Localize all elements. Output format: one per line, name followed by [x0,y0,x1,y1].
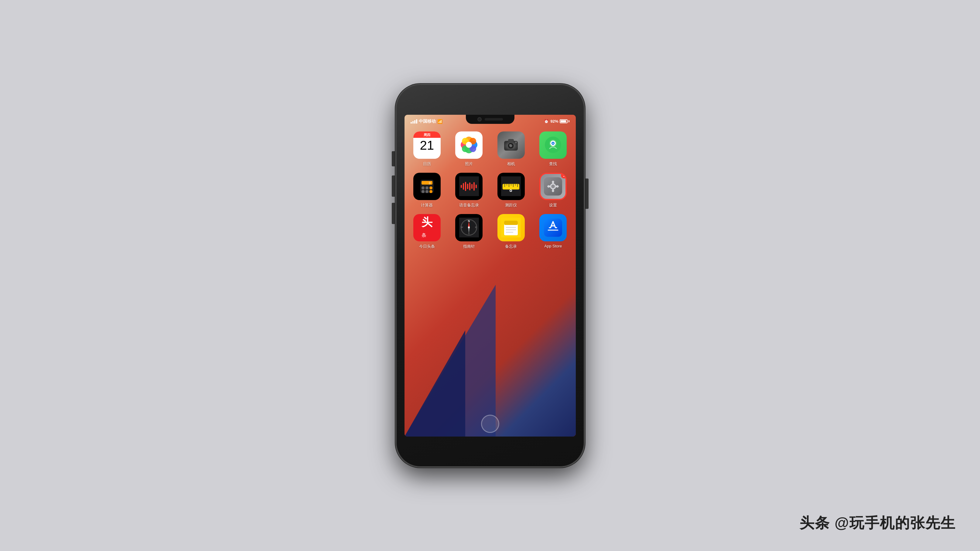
settings-label: 设置 [549,202,557,208]
signal-icon [410,119,417,124]
svg-text:0: 0 [429,181,431,185]
compass-label: 指南针 [463,244,475,249]
speaker [485,118,503,121]
battery-tip [568,120,570,122]
calendar-day: 21 [420,138,434,152]
app-photos[interactable]: 照片 [451,132,487,167]
svg-rect-36 [469,183,471,191]
app-camera[interactable]: 相机 [493,132,529,167]
calendar-icon: 周四 21 [413,132,441,159]
app-appstore[interactable]: App Store [535,214,571,249]
voicememo-label: 语音备忘录 [459,202,479,208]
app-calendar[interactable]: 周四 21 日历 [409,132,445,167]
svg-point-16 [515,141,517,143]
toutiao-icon: 头条 [413,214,441,241]
svg-point-28 [422,190,425,193]
mute-button[interactable] [392,151,395,166]
app-grid: 周四 21 日历 [409,132,571,249]
calendar-weekday: 周四 [413,132,441,138]
svg-point-26 [425,186,428,189]
signal-bar-1 [410,122,412,124]
phone-device: 中国移动 📶 09:35 ⏰ 92% [396,84,584,467]
status-right: ⏰ 92% [544,119,570,124]
svg-point-27 [430,186,433,189]
battery-fill [561,120,566,122]
measure-label: 测距仪 [505,202,517,208]
battery-body [560,119,568,123]
svg-rect-32 [461,185,462,188]
appstore-icon [539,214,567,241]
app-measure[interactable]: 测距仪 [493,173,529,208]
app-settings[interactable]: 1 设置 [535,173,571,208]
measure-icon [498,173,525,200]
svg-point-21 [552,143,554,144]
app-findmy[interactable]: 查找 [535,132,571,167]
toutiao-logo: 头条 [422,217,433,239]
settings-icon: 1 [539,173,567,200]
app-compass[interactable]: N S E W 指南针 [451,214,487,249]
photos-icon [455,132,482,159]
svg-point-15 [509,144,511,145]
svg-text:E: E [475,226,476,229]
status-left: 中国移动 📶 [410,119,442,124]
phone-screen: 中国移动 📶 09:35 ⏰ 92% [404,115,576,437]
svg-rect-39 [476,184,477,188]
photos-label: 照片 [465,161,473,167]
phone-notch [466,115,514,124]
calendar-label: 日历 [423,161,431,167]
appstore-label: App Store [544,244,562,248]
svg-rect-23 [422,181,433,184]
home-button[interactable] [481,415,499,433]
signal-bar-3 [414,120,415,124]
voicememo-icon [455,173,482,200]
svg-point-54 [551,184,555,188]
compass-icon: N S E W [455,214,482,241]
svg-point-30 [430,190,433,193]
signal-bar-2 [412,121,414,124]
notes-label: 备忘录 [505,244,517,249]
alarm-icon: ⏰ [544,119,549,124]
findmy-label: 查找 [549,161,557,167]
battery-percent: 92% [550,119,558,124]
svg-rect-33 [463,183,464,190]
watermark: 头条 @玩手机的张先生 [800,513,956,533]
wifi-icon: 📶 [438,119,442,124]
notes-icon [498,214,525,241]
app-notes[interactable]: 备忘录 [493,214,529,249]
svg-rect-35 [467,184,468,189]
svg-point-8 [466,142,472,148]
settings-badge: 1 [561,173,567,178]
battery-indicator [560,119,570,123]
svg-text:W: W [461,226,463,229]
calculator-label: 计算器 [421,202,433,208]
phone-shell: 中国移动 📶 09:35 ⏰ 92% [396,84,584,467]
svg-point-51 [510,190,511,191]
volume-down-button[interactable] [392,203,395,224]
svg-rect-11 [508,139,514,142]
front-camera [477,117,482,121]
svg-rect-38 [473,182,475,191]
calculator-icon: 0 [413,173,441,200]
volume-up-button[interactable] [392,175,395,197]
app-toutiao[interactable]: 头条 今日头条 [409,214,445,249]
svg-point-72 [468,227,470,228]
findmy-icon [539,132,567,159]
app-voicememo[interactable]: 语音备忘录 [451,173,487,208]
carrier-label: 中国移动 [419,119,436,124]
svg-rect-34 [465,182,466,191]
signal-bar-4 [416,119,417,124]
svg-point-29 [425,190,428,193]
toutiao-label: 今日头条 [419,244,435,249]
svg-point-25 [422,186,425,189]
camera-icon [498,132,525,159]
power-button[interactable] [585,178,589,209]
camera-label: 相机 [507,161,515,167]
svg-rect-75 [504,221,518,225]
app-calculator[interactable]: 0 计算器 [409,173,445,208]
svg-rect-37 [471,184,473,189]
